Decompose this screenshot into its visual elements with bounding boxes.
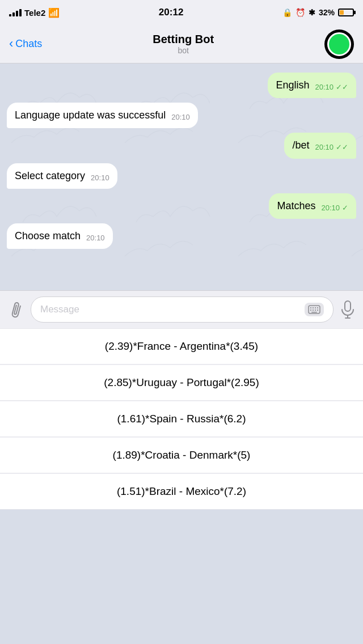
match-item-4[interactable]: (1.89)*Croatia - Denmark*(5) xyxy=(0,438,363,473)
bubble-content-3: /bet 20:10 ✓✓ xyxy=(292,138,348,152)
nav-title-area: Betting Bot bot xyxy=(153,33,214,55)
message-row-1: English 20:10 ✓✓ xyxy=(7,73,356,98)
avatar[interactable] xyxy=(324,29,354,59)
wifi-icon: 📶 xyxy=(48,7,60,18)
status-right: 🔒 ⏰ ✱ 32% xyxy=(282,8,354,17)
nav-bar: ‹ Chats Betting Bot bot xyxy=(0,25,363,63)
signal-bar-2 xyxy=(12,12,15,16)
battery-icon xyxy=(338,9,354,16)
bluetooth-icon: ✱ xyxy=(309,8,315,17)
checkmarks-1: ✓✓ xyxy=(336,82,348,92)
bubble-text-3: /bet xyxy=(292,138,309,152)
signal-bar-4 xyxy=(19,9,22,16)
bubble-text-1: English xyxy=(276,78,309,92)
message-row-2: Language update was successful 20:10 xyxy=(7,103,356,128)
bubble-5: Matches 20:10 ✓ xyxy=(269,193,356,219)
checkmarks-3: ✓✓ xyxy=(336,142,348,152)
match-item-5[interactable]: (1.51)*Brazil - Mexico*(7.2) xyxy=(0,474,363,510)
chat-area: English 20:10 ✓✓ Language update was suc… xyxy=(0,63,363,290)
bubble-time-4: 20:10 xyxy=(91,173,109,183)
match-list: (2.39)*France - Argentina*(3.45) (2.85)*… xyxy=(0,328,363,510)
match-item-3[interactable]: (1.61)*Spain - Russia*(6.2) xyxy=(0,401,363,437)
chevron-left-icon: ‹ xyxy=(9,37,13,50)
back-button[interactable]: ‹ Chats xyxy=(9,38,42,50)
bubble-content-2: Language update was successful 20:10 xyxy=(15,108,190,122)
bubble-time-5: 20:10 xyxy=(321,203,340,213)
status-bar: Tele2 📶 20:12 🔒 ⏰ ✱ 32% xyxy=(0,0,363,25)
svg-rect-10 xyxy=(345,301,351,311)
message-placeholder: Message xyxy=(40,304,79,315)
bubble-content-4: Select category 20:10 xyxy=(15,169,109,183)
svg-rect-4 xyxy=(317,307,318,308)
svg-rect-1 xyxy=(310,307,311,308)
checkmarks-5: ✓ xyxy=(342,203,348,213)
nav-subtitle: bot xyxy=(178,46,188,55)
svg-rect-8 xyxy=(317,310,318,311)
svg-rect-7 xyxy=(315,310,316,311)
battery-fill xyxy=(340,10,344,15)
message-row-5: Matches 20:10 ✓ xyxy=(7,193,356,219)
bubble-text-4: Select category xyxy=(15,169,85,183)
bubble-time-3: 20:10 xyxy=(315,142,334,152)
bubble-text-6: Choose match xyxy=(15,229,81,243)
svg-rect-5 xyxy=(310,310,311,311)
message-input-area[interactable]: Message xyxy=(31,296,334,323)
svg-rect-3 xyxy=(315,307,316,308)
bubble-content-6: Choose match 20:10 xyxy=(15,229,105,243)
lock-icon: 🔒 xyxy=(282,8,292,17)
bubble-time-6: 20:10 xyxy=(86,233,105,243)
svg-rect-2 xyxy=(313,307,314,308)
bubble-text-5: Matches xyxy=(277,199,315,213)
bubble-text-2: Language update was successful xyxy=(15,108,166,122)
alarm-icon: ⏰ xyxy=(296,8,305,17)
signal-bar-1 xyxy=(9,14,11,16)
carrier-label: Tele2 xyxy=(24,8,45,18)
bubble-content-1: English 20:10 ✓✓ xyxy=(276,78,348,92)
bubble-3: /bet 20:10 ✓✓ xyxy=(284,133,356,158)
input-bar: Message xyxy=(0,290,363,328)
bubble-content-5: Matches 20:10 ✓ xyxy=(277,199,348,213)
message-row-6: Choose match 20:10 xyxy=(7,223,356,249)
bubble-time-1: 20:10 xyxy=(315,82,334,92)
bubble-6: Choose match 20:10 xyxy=(7,223,113,249)
message-row-3: /bet 20:10 ✓✓ xyxy=(7,133,356,158)
avatar-inner xyxy=(327,32,351,56)
status-left: Tele2 📶 xyxy=(9,7,60,18)
keyboard-button[interactable] xyxy=(305,303,324,316)
signal-bars xyxy=(9,9,22,16)
status-time: 20:12 xyxy=(159,7,183,18)
back-label: Chats xyxy=(15,38,42,50)
bubble-4: Select category 20:10 xyxy=(7,163,117,189)
match-item-1[interactable]: (2.39)*France - Argentina*(3.45) xyxy=(0,328,363,365)
bubble-time-2: 20:10 xyxy=(171,112,190,122)
match-item-2[interactable]: (2.85)*Uruguay - Portugal*(2.95) xyxy=(0,365,363,401)
attach-button[interactable] xyxy=(5,299,27,320)
bubble-2: Language update was successful 20:10 xyxy=(7,103,198,128)
signal-bar-3 xyxy=(16,11,18,16)
nav-title: Betting Bot xyxy=(153,33,214,46)
message-row-4: Select category 20:10 xyxy=(7,163,356,189)
svg-rect-9 xyxy=(311,312,317,313)
svg-rect-6 xyxy=(313,310,314,311)
bubble-1: English 20:10 ✓✓ xyxy=(268,73,356,98)
battery-pct: 32% xyxy=(319,8,335,17)
mic-button[interactable] xyxy=(340,300,355,319)
